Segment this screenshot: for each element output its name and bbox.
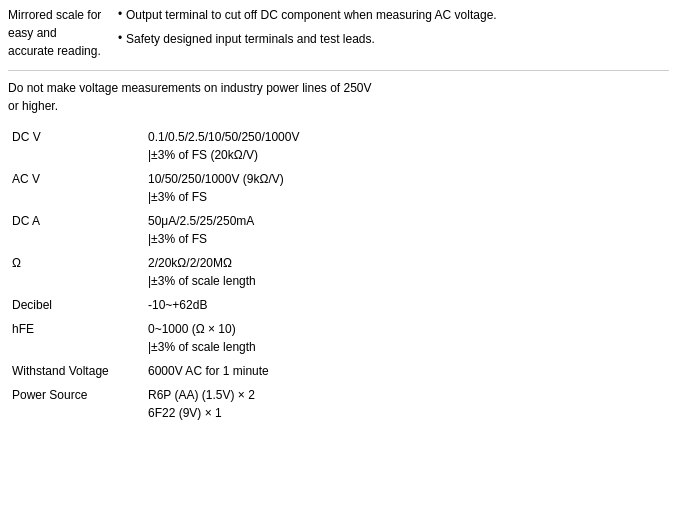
feature-item-1: • Output terminal to cut off DC componen…: [118, 6, 669, 24]
spec-value1-3: 2/20kΩ/2/20MΩ: [148, 254, 665, 272]
bullet-dot-2: •: [118, 31, 126, 45]
spec-value2-7: 6F22 (9V) × 1: [148, 404, 665, 422]
spec-value1-6: 6000V AC for 1 minute: [148, 362, 665, 380]
mirrored-scale-line3: accurate reading.: [8, 44, 101, 58]
spec-label-4: Decibel: [8, 293, 138, 317]
spec-label-6: Withstand Voltage: [8, 359, 138, 383]
spec-row-0: DC V0.1/0.5/2.5/10/50/250/1000V|±3% of F…: [8, 125, 669, 167]
warning-line1: Do not make voltage measurements on indu…: [8, 81, 372, 95]
spec-label-2: DC A: [8, 209, 138, 251]
bullet-dot-1: •: [118, 7, 126, 21]
spec-value-5: 0~1000 (Ω × 10)|±3% of scale length: [138, 317, 669, 359]
spec-label-1: AC V: [8, 167, 138, 209]
spec-value2-1: |±3% of FS: [148, 188, 665, 206]
spec-label-0: DC V: [8, 125, 138, 167]
warning-section: Do not make voltage measurements on indu…: [8, 70, 669, 115]
spec-label-3: Ω: [8, 251, 138, 293]
specs-table: DC V0.1/0.5/2.5/10/50/250/1000V|±3% of F…: [8, 125, 669, 425]
spec-value2-0: |±3% of FS (20kΩ/V): [148, 146, 665, 164]
spec-label-5: hFE: [8, 317, 138, 359]
spec-value1-2: 50μA/2.5/25/250mA: [148, 212, 665, 230]
spec-value1-5: 0~1000 (Ω × 10): [148, 320, 665, 338]
spec-value-7: R6P (AA) (1.5V) × 26F22 (9V) × 1: [138, 383, 669, 425]
spec-value-2: 50μA/2.5/25/250mA|±3% of FS: [138, 209, 669, 251]
spec-value1-1: 10/50/250/1000V (9kΩ/V): [148, 170, 665, 188]
spec-row-1: AC V10/50/250/1000V (9kΩ/V)|±3% of FS: [8, 167, 669, 209]
spec-row-3: Ω2/20kΩ/2/20MΩ|±3% of scale length: [8, 251, 669, 293]
spec-value2-2: |±3% of FS: [148, 230, 665, 248]
feature-text-1: Output terminal to cut off DC component …: [126, 6, 669, 24]
spec-value2-3: |±3% of scale length: [148, 272, 665, 290]
spec-row-4: Decibel-10~+62dB: [8, 293, 669, 317]
feature-text-2: Safety designed input terminals and test…: [126, 30, 669, 48]
warning-line2: or higher.: [8, 99, 58, 113]
spec-value-6: 6000V AC for 1 minute: [138, 359, 669, 383]
spec-label-7: Power Source: [8, 383, 138, 425]
feature-item-2: • Safety designed input terminals and te…: [118, 30, 669, 48]
warning-text: Do not make voltage measurements on indu…: [8, 79, 669, 115]
top-left-description: Mirrored scale for easy and accurate rea…: [8, 6, 118, 60]
mirrored-scale-line2: easy and: [8, 26, 57, 40]
spec-row-6: Withstand Voltage6000V AC for 1 minute: [8, 359, 669, 383]
top-section: Mirrored scale for easy and accurate rea…: [8, 6, 669, 60]
features-list: • Output terminal to cut off DC componen…: [118, 6, 669, 60]
spec-value1-4: -10~+62dB: [148, 296, 665, 314]
mirrored-scale-line1: Mirrored scale for: [8, 8, 101, 22]
spec-value-1: 10/50/250/1000V (9kΩ/V)|±3% of FS: [138, 167, 669, 209]
spec-value2-5: |±3% of scale length: [148, 338, 665, 356]
spec-row-5: hFE0~1000 (Ω × 10)|±3% of scale length: [8, 317, 669, 359]
spec-value-3: 2/20kΩ/2/20MΩ|±3% of scale length: [138, 251, 669, 293]
spec-row-2: DC A50μA/2.5/25/250mA|±3% of FS: [8, 209, 669, 251]
spec-row-7: Power SourceR6P (AA) (1.5V) × 26F22 (9V)…: [8, 383, 669, 425]
spec-value1-0: 0.1/0.5/2.5/10/50/250/1000V: [148, 128, 665, 146]
spec-value1-7: R6P (AA) (1.5V) × 2: [148, 386, 665, 404]
spec-value-4: -10~+62dB: [138, 293, 669, 317]
spec-value-0: 0.1/0.5/2.5/10/50/250/1000V|±3% of FS (2…: [138, 125, 669, 167]
